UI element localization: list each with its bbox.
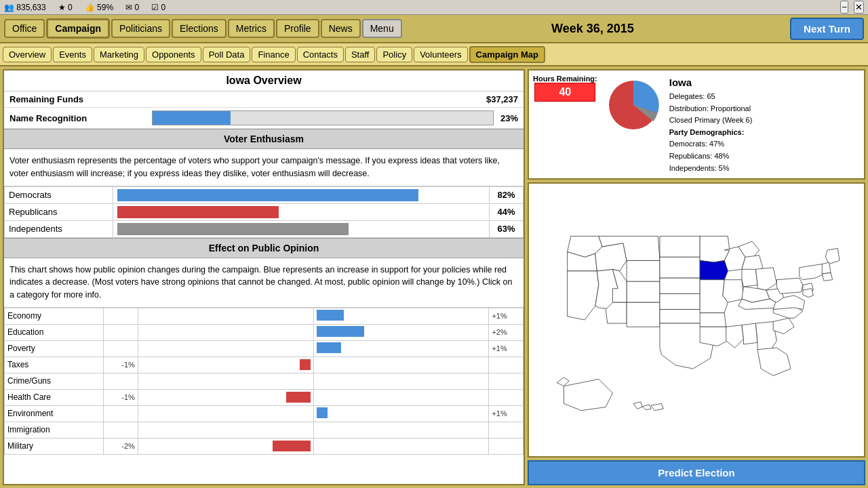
- opinion-pos-bar-cell: [313, 422, 489, 438]
- subnav: Overview Events Marketing Opponents Poll…: [0, 43, 868, 66]
- name-recognition-fill: [153, 111, 231, 125]
- opinion-pos-val: +1%: [489, 340, 524, 357]
- enthusiasm-pct: 63%: [490, 220, 524, 237]
- opinion-pos-val: [489, 422, 524, 438]
- content: Iowa Overview Remaining Funds $37,237 Na…: [0, 66, 868, 488]
- opinion-pos-bar-cell: [313, 373, 489, 389]
- subtab-opponents[interactable]: Opponents: [146, 47, 201, 62]
- opinion-neg-val: [104, 324, 138, 340]
- opinion-neg-bar-cell: [138, 357, 313, 373]
- iowa-independents-pct: Independents: 5%: [669, 163, 753, 175]
- subtab-marketing[interactable]: Marketing: [94, 47, 144, 62]
- star-stat: ★ 0: [58, 3, 73, 12]
- remaining-funds-label: Remaining Funds: [9, 94, 145, 104]
- us-map-container[interactable]: [528, 182, 865, 458]
- subtab-volunteers[interactable]: Volunteers: [414, 47, 467, 62]
- opinion-row[interactable]: Military -2%: [5, 438, 524, 454]
- titlebar: 👥 835,633 ★ 0 👍 59% ✉ 0 ☑ 0 − ✕: [0, 0, 868, 15]
- name-recognition-row: Name Recognition 23%: [4, 108, 524, 129]
- opinion-neg-bar-cell: [138, 422, 313, 438]
- voter-enthusiasm-desc: Voter enthusiasm represents the percenta…: [4, 149, 524, 186]
- voter-enthusiasm-header: Voter Enthusiasm: [4, 129, 524, 149]
- subtab-policy[interactable]: Policy: [376, 47, 412, 62]
- opinion-pos-val: [489, 357, 524, 373]
- left-panel-title: Iowa Overview: [4, 70, 524, 92]
- enthusiasm-table: Democrats 82% Republicans 44% Independen…: [4, 186, 524, 238]
- enthusiasm-row: Independents 63%: [5, 220, 524, 237]
- opinion-label: Economy: [5, 308, 104, 324]
- name-recognition-label: Name Recognition: [9, 113, 145, 123]
- check-stat: ☑ 0: [151, 3, 165, 12]
- iowa-name: Iowa: [669, 75, 753, 91]
- iowa-distribution: Distribution: Proportional: [669, 103, 753, 115]
- enthusiasm-pct: 82%: [490, 186, 524, 203]
- enthusiasm-bar-cell: [113, 186, 490, 203]
- opinion-neg-bar-cell: [138, 405, 313, 422]
- enthusiasm-row: Republicans 44%: [5, 203, 524, 220]
- opinion-row[interactable]: Poverty +1%: [5, 340, 524, 357]
- opinion-neg-val: [104, 340, 138, 357]
- iowa-details: Iowa Delegates: 65 Distribution: Proport…: [669, 75, 753, 174]
- enthusiasm-pct: 44%: [490, 203, 524, 220]
- iowa-pie-chart: [603, 75, 664, 136]
- subtab-polldata[interactable]: Poll Data: [203, 47, 251, 62]
- us-map: [529, 184, 864, 456]
- name-recognition-pct: 23%: [500, 113, 518, 123]
- opinion-pos-val: [489, 373, 524, 389]
- next-turn-button[interactable]: Next Turn: [790, 18, 864, 40]
- opinion-pos-bar-cell: [313, 308, 489, 324]
- subtab-events[interactable]: Events: [53, 47, 92, 62]
- menu-button[interactable]: Menu: [362, 19, 402, 38]
- navbar: Office Campaign Politicians Elections Me…: [0, 15, 868, 43]
- opinion-row[interactable]: Environment +1%: [5, 405, 524, 422]
- hours-remaining: Hours Remaining: 40: [533, 75, 597, 174]
- opinion-row[interactable]: Health Care -1%: [5, 389, 524, 405]
- enthusiasm-label: Independents: [5, 220, 113, 237]
- remaining-funds-value: $37,237: [486, 94, 518, 104]
- opinion-neg-val: -1%: [104, 357, 138, 373]
- tab-campaign[interactable]: Campaign: [46, 18, 110, 39]
- opinion-neg-val: [104, 405, 138, 422]
- tab-news[interactable]: News: [321, 19, 361, 38]
- tab-elections[interactable]: Elections: [172, 19, 226, 38]
- opinion-pos-bar-cell: [313, 438, 489, 454]
- subtab-campaign-map[interactable]: Campaign Map: [469, 46, 545, 63]
- opinion-pos-bar-cell: [313, 340, 489, 357]
- minimize-button[interactable]: −: [840, 1, 848, 14]
- opinion-label: Education: [5, 324, 104, 340]
- effect-desc: This chart shows how public opinion chan…: [4, 258, 524, 308]
- subtab-finance[interactable]: Finance: [252, 47, 295, 62]
- tab-profile[interactable]: Profile: [276, 19, 319, 38]
- opinion-pos-val: +1%: [489, 308, 524, 324]
- name-recognition-bar: [152, 110, 494, 125]
- opinion-neg-bar-cell: [138, 389, 313, 405]
- opinion-pos-val: +1%: [489, 405, 524, 422]
- enthusiasm-bar-cell: [113, 220, 490, 237]
- subtab-contacts[interactable]: Contacts: [297, 47, 344, 62]
- mail-stat: ✉ 0: [125, 3, 139, 12]
- enthusiasm-row: Democrats 82%: [5, 186, 524, 203]
- opinion-neg-bar-cell: [138, 373, 313, 389]
- tab-politicians[interactable]: Politicians: [111, 19, 170, 38]
- opinion-neg-bar-cell: [138, 438, 313, 454]
- opinion-row[interactable]: Economy +1%: [5, 308, 524, 324]
- hours-remaining-bar: 40: [534, 83, 595, 102]
- opinion-neg-bar-cell: [138, 324, 313, 340]
- opinion-row[interactable]: Crime/Guns: [5, 373, 524, 389]
- opinion-neg-val: -1%: [104, 389, 138, 405]
- opinion-label: Military: [5, 438, 104, 454]
- tab-metrics[interactable]: Metrics: [228, 19, 275, 38]
- iowa-republicans-pct: Republicans: 48%: [669, 150, 753, 163]
- close-button[interactable]: ✕: [854, 1, 864, 14]
- opinion-row[interactable]: Immigration: [5, 422, 524, 438]
- left-panel: Iowa Overview Remaining Funds $37,237 Na…: [3, 69, 525, 485]
- opinion-row[interactable]: Education +2%: [5, 324, 524, 340]
- predict-election-button[interactable]: Predict Election: [528, 460, 865, 485]
- opinion-pos-bar-cell: [313, 405, 489, 422]
- hours-remaining-label: Hours Remaining:: [533, 75, 597, 83]
- opinion-row[interactable]: Taxes -1%: [5, 357, 524, 373]
- subtab-overview[interactable]: Overview: [3, 47, 52, 62]
- subtab-staff[interactable]: Staff: [345, 47, 376, 62]
- people-stat: 👥 835,633: [4, 3, 46, 12]
- tab-office[interactable]: Office: [4, 19, 45, 38]
